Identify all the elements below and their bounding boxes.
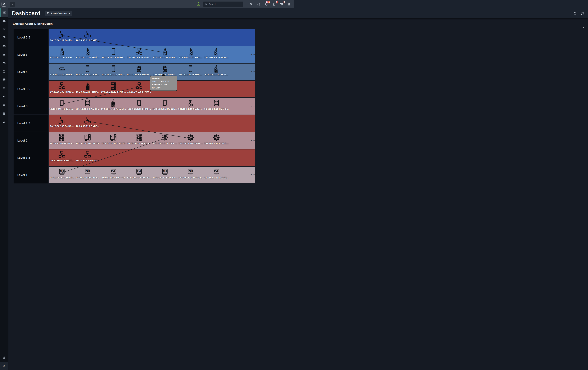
network-icon[interactable] <box>84 116 92 124</box>
monitor-icon[interactable] <box>109 48 117 56</box>
device-node: 10.20.30.111 FortiO... <box>49 31 75 42</box>
play-button[interactable] <box>10 2 15 7</box>
plc-icon[interactable]: PLC <box>212 168 220 176</box>
sidebar-item-people-group[interactable] <box>0 17 8 25</box>
sidebar-item-cube[interactable] <box>0 67 8 75</box>
wifi-router-icon[interactable] <box>187 99 195 107</box>
network-icon[interactable] <box>135 82 143 90</box>
search-input[interactable] <box>209 3 240 6</box>
firewall-icon[interactable] <box>161 48 169 56</box>
row-more-button[interactable]: ••• <box>251 105 256 107</box>
device-label: 172.104.1.123 Avast... <box>152 56 178 59</box>
firewall-icon[interactable] <box>212 48 220 56</box>
topology-icon[interactable] <box>257 2 261 6</box>
device-node: 101.10.28.32 Pen Dr... <box>75 99 100 110</box>
device-node: 192.168.1.100 HMIs ... <box>178 134 203 145</box>
row-more-button[interactable]: ••• <box>251 53 256 56</box>
network-icon[interactable] <box>58 151 66 159</box>
firewall-icon[interactable] <box>84 48 92 56</box>
svg-text:PLC: PLC <box>86 170 89 172</box>
row-more-button[interactable]: ••• <box>251 70 256 73</box>
view-selector-button[interactable]: Asset Overview ▾ <box>45 11 72 16</box>
monitor-icon[interactable] <box>109 65 117 73</box>
network-icon[interactable] <box>58 116 66 124</box>
network-icon[interactable] <box>58 82 66 90</box>
monitor-icon[interactable] <box>161 99 169 107</box>
network-icon[interactable] <box>84 31 92 39</box>
server-rack-icon[interactable] <box>135 134 143 142</box>
device-node: 10.20.30.18 AP567 -... <box>49 134 75 145</box>
network-icon[interactable] <box>135 48 143 56</box>
plc-icon[interactable]: PLC <box>187 168 195 176</box>
health-status-icon[interactable] <box>196 2 201 6</box>
device-node: 101.10.60.99 Router ... <box>126 65 152 76</box>
firewall-icon[interactable] <box>212 65 220 73</box>
workstation-icon[interactable] <box>84 134 92 142</box>
sidebar-item-factory[interactable] <box>0 118 8 126</box>
notifications-icon[interactable]: 289 <box>264 2 268 6</box>
sidebar-item-line-chart[interactable] <box>0 50 8 59</box>
sidebar-item-dashboard[interactable] <box>0 8 8 17</box>
plc-icon[interactable]: PLC <box>84 168 92 176</box>
row-more-button[interactable]: ••• <box>251 139 256 142</box>
sidebar-item-flag[interactable] <box>0 92 8 101</box>
monitor-icon[interactable] <box>84 65 92 73</box>
sidebar-item-shuffle[interactable] <box>0 25 8 33</box>
sidebar-item-shield-bug[interactable] <box>0 101 8 109</box>
device-node: 10.20.30.108 FortiO... <box>126 82 152 93</box>
sidebar-item-two-users[interactable] <box>0 84 8 92</box>
level-band: 10.134.241.41 Opera...101.10.28.32 Pen D… <box>49 98 255 115</box>
device-label: 172.100.1.41 PLC-12... <box>178 177 203 179</box>
network-icon[interactable] <box>84 151 92 159</box>
plc-icon[interactable]: PLC <box>109 168 117 176</box>
sidebar-item-briefcase[interactable] <box>0 42 8 50</box>
database-icon[interactable] <box>84 99 92 107</box>
monitor-icon[interactable] <box>58 99 66 107</box>
network-icon[interactable] <box>58 31 66 39</box>
plc-icon[interactable]: PLC <box>135 168 143 176</box>
device-label: 101.10.28.32 Pen Dr... <box>75 108 100 110</box>
search-box[interactable] <box>203 1 243 7</box>
plc-icon[interactable]: PLC <box>161 168 169 176</box>
gear-hmi-icon[interactable] <box>161 134 169 142</box>
firewall-icon[interactable] <box>187 48 195 56</box>
tasks-icon[interactable]: 3 <box>272 2 276 6</box>
device-tooltip: Name: 101.10.60.112Router - D56ID: 264 <box>150 74 177 91</box>
level-label: Level 5.5 <box>14 29 48 46</box>
sidebar-item-widgets[interactable] <box>0 59 8 67</box>
plc-icon[interactable]: PLC <box>58 168 66 176</box>
sidebar-item-lightning[interactable] <box>0 33 8 42</box>
monitor-icon[interactable] <box>135 99 143 107</box>
device-node: PLC10.24.152.61 Logix P... <box>49 168 75 179</box>
device-label: 10.20.30.4 PLC-21-S... <box>75 177 100 179</box>
device-node: 10.20.30.105 FortiO... <box>49 116 75 127</box>
firewall-icon[interactable] <box>84 82 92 90</box>
gear-hmi-icon[interactable] <box>212 134 220 142</box>
device-label: 10.0.5.2 SLC 500 - 23 <box>100 177 126 179</box>
wifi-router-icon[interactable] <box>161 65 169 73</box>
row-more-button[interactable]: ••• <box>251 173 256 176</box>
firewall-icon[interactable] <box>109 99 117 107</box>
firewall-icon[interactable] <box>58 48 66 56</box>
device-label: 10.20.30.111 FortiO... <box>49 39 75 42</box>
settings-icon[interactable] <box>249 2 253 6</box>
server-rack-icon[interactable] <box>58 134 66 142</box>
device-label: 16.122.34.56 Hard D... <box>203 108 229 110</box>
device-node: PLC172.100.1.13 PLC-22... <box>126 168 152 179</box>
svg-text:PLC: PLC <box>189 170 192 172</box>
workstation-icon[interactable] <box>109 134 117 142</box>
switch-icon[interactable] <box>58 65 66 73</box>
sidebar-item-life-ring[interactable] <box>0 75 8 84</box>
monitor-icon[interactable] <box>187 65 195 73</box>
server-rack-icon[interactable] <box>109 82 117 90</box>
device-label: 192.168.1.205 192.1... <box>203 142 229 145</box>
wifi-router-icon[interactable] <box>135 65 143 73</box>
gear-hmi-icon[interactable] <box>187 134 195 142</box>
device-node: 10.121.221.12 WIN-... <box>100 65 126 76</box>
system-alerts-icon[interactable]: ! <box>280 2 283 6</box>
level-band: 10.20.30.90 FortiOT...10.20.30.88 FortiO… <box>49 149 255 166</box>
sidebar-item-shield-case[interactable] <box>0 109 8 118</box>
user-avatar[interactable] <box>287 2 291 6</box>
database-icon[interactable] <box>212 99 220 107</box>
device-node: PLC10.21.32.112 SLC 50... <box>152 168 178 179</box>
